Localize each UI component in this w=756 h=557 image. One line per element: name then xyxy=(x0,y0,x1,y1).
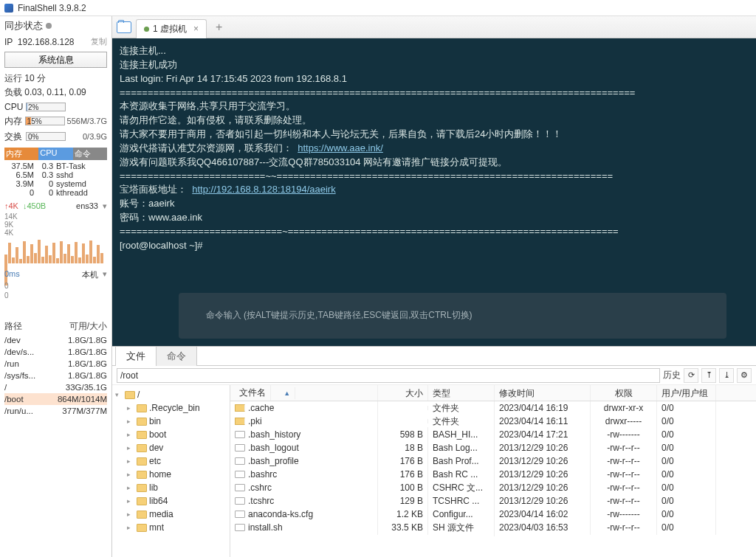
file-row[interactable]: install.sh33.5 KBSH 源文件2023/04/03 16:53-… xyxy=(230,521,756,534)
process-header: 内存 CPU 命令 xyxy=(4,148,107,160)
file-row[interactable]: .bash_logout18 BBash Log...2013/12/29 10… xyxy=(230,441,756,454)
file-list[interactable]: 文件名 ▲ 大小 类型 修改时间 权限 用户/用户组 .cache文件夹2023… xyxy=(230,385,756,557)
tab-commands[interactable]: 命令 xyxy=(156,346,197,366)
disk-row[interactable]: /dev/s...1.8G/1.8G xyxy=(4,346,107,358)
file-row[interactable]: .cshrc100 BCSHRC 文...2013/12/29 10:26-rw… xyxy=(230,481,756,494)
swap-meter: 交换 0% 0/3.9G xyxy=(4,131,107,143)
file-panel: 文件 命令 /root 历史 ⟳ ⤒ ⤓ ⚙ ▾ / ▸.Recycle_bin… xyxy=(112,346,756,557)
tree-item[interactable]: ▸mnt xyxy=(114,521,228,534)
tab-strip: 1 虚拟机 × + xyxy=(112,16,756,38)
tree-item[interactable]: ▸.Recycle_bin xyxy=(114,401,228,415)
tree-item[interactable]: ▸home xyxy=(114,468,228,481)
file-row[interactable]: .bash_history598 BBASH_HI...2023/04/14 1… xyxy=(230,428,756,441)
disk-row[interactable]: /sys/fs...1.8G/1.8G xyxy=(4,370,107,381)
open-folder-icon[interactable] xyxy=(117,21,131,33)
process-row[interactable]: 3.9M0systemd xyxy=(4,179,107,188)
process-row[interactable]: 00kthreadd xyxy=(4,188,107,197)
disk-header: 路径可用/大小 xyxy=(4,320,107,333)
app-title: FinalShell 3.9.8.2 xyxy=(18,3,86,13)
tree-item[interactable]: ▸lib xyxy=(114,481,228,494)
folder-tree[interactable]: ▾ / ▸.Recycle_bin▸bin▸boot▸dev▸etc▸home▸… xyxy=(112,385,230,557)
uptime: 运行 10 分 xyxy=(4,72,107,85)
tree-item[interactable]: ▸lib64 xyxy=(114,494,228,508)
cpu-meter: CPU 2% xyxy=(4,102,107,112)
folder-icon xyxy=(125,391,135,399)
network-sparkline xyxy=(4,240,107,265)
sidebar: 同步状态 IP 192.168.8.128 复制 系统信息 运行 10 分 负载… xyxy=(0,16,112,557)
tree-item[interactable]: ▸bin xyxy=(114,415,228,428)
system-info-button[interactable]: 系统信息 xyxy=(4,52,107,68)
status-dot-icon xyxy=(144,27,149,32)
memory-meter: 内存 15% 556M/3.7G xyxy=(4,115,107,128)
tree-item[interactable]: ▸dev xyxy=(114,441,228,454)
disk-row[interactable]: /33G/35.1G xyxy=(4,381,107,393)
ip-row: IP 192.168.8.128 复制 xyxy=(4,36,107,47)
sync-status: 同步状态 xyxy=(4,19,107,32)
network-stats: ↑4K ↓450B ens33 ▾ xyxy=(4,201,107,211)
upload-icon[interactable]: ⤒ xyxy=(701,368,716,383)
title-bar: FinalShell 3.9.8.2 xyxy=(0,0,756,16)
settings-icon[interactable]: ⚙ xyxy=(737,368,752,383)
disk-row[interactable]: /dev1.8G/1.8G xyxy=(4,334,107,346)
disk-row[interactable]: /run1.8G/1.8G xyxy=(4,358,107,370)
command-input[interactable]: 命令输入 (按ALT键提示历史,TAB键路径,ESC键返回,双击CTRL切换) xyxy=(179,293,726,339)
disk-row[interactable]: /boot864M/1014M xyxy=(4,393,107,405)
refresh-icon[interactable]: ⟳ xyxy=(684,368,698,383)
close-tab-icon[interactable]: × xyxy=(193,24,199,34)
history-button[interactable]: 历史 xyxy=(663,369,681,381)
sync-dot-icon xyxy=(46,23,52,29)
tree-item[interactable]: ▸media xyxy=(114,508,228,521)
download-icon[interactable]: ⤓ xyxy=(719,368,734,383)
disk-row[interactable]: /run/u...377M/377M xyxy=(4,405,107,417)
file-row[interactable]: .pki文件夹2023/04/14 16:11drwxr-----0/0 xyxy=(230,415,756,428)
process-row[interactable]: 37.5M0.3BT-Task xyxy=(4,162,107,170)
file-row[interactable]: .bash_profile176 BBash Prof...2013/12/29… xyxy=(230,454,756,468)
tree-root[interactable]: ▾ / xyxy=(114,388,228,401)
spark-y-axis: 14K9K4K xyxy=(4,212,107,237)
path-input[interactable]: /root xyxy=(117,368,660,383)
file-list-header[interactable]: 文件名 ▲ 大小 类型 修改时间 权限 用户/用户组 xyxy=(230,385,756,401)
process-row[interactable]: 6.5M0.3sshd xyxy=(4,170,107,179)
terminal[interactable]: 连接主机...连接主机成功Last login: Fri Apr 14 17:1… xyxy=(112,38,756,346)
copy-ip-button[interactable]: 复制 xyxy=(91,36,107,47)
latency-row: 0ms 本机 ▾ xyxy=(4,269,107,280)
tree-item[interactable]: ▸etc xyxy=(114,454,228,468)
load: 负载 0.03, 0.11, 0.09 xyxy=(4,86,107,99)
app-icon xyxy=(4,4,13,13)
tab-files[interactable]: 文件 xyxy=(115,346,157,366)
tree-item[interactable]: ▸boot xyxy=(114,428,228,441)
file-row[interactable]: .tcshrc129 BTCSHRC ...2013/12/29 10:26-r… xyxy=(230,494,756,508)
add-tab-button[interactable]: + xyxy=(211,21,227,34)
tab-vm1[interactable]: 1 虚拟机 × xyxy=(136,19,207,38)
